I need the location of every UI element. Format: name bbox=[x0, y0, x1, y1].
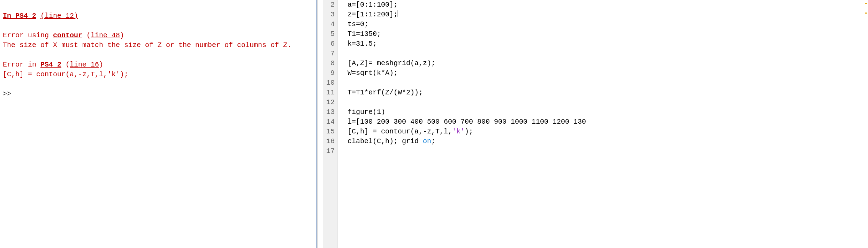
code-line: k=31.5; bbox=[348, 40, 377, 48]
text-cursor bbox=[397, 10, 397, 17]
error-line-link-partial[interactable]: (line 12) bbox=[40, 12, 78, 20]
code-line: ts=0; bbox=[348, 20, 368, 28]
error-partial-top: In PS4_2 (line 12) bbox=[3, 12, 78, 20]
editor-code-area[interactable]: a=[0:1:100]; z=[1:1:200]; ts=0; T1=1350;… bbox=[338, 0, 868, 248]
code-line: T=T1*erf(Z/(W*2)); bbox=[348, 88, 423, 96]
code-line: W=sqrt(k*A); bbox=[348, 69, 398, 77]
error-code-line: [C,h] = contour(a,-z,T,l,'k'); bbox=[3, 70, 128, 78]
error-link-partial[interactable]: In PS4_2 bbox=[3, 12, 36, 20]
editor-panel: 2 3 4 5 6 7 8 9 10 11 12 13 14 15 16 17 … bbox=[317, 0, 868, 248]
error-message-line: The size of X must match the size of Z o… bbox=[3, 41, 291, 49]
code-line: [C,h] = contour(a,-z,T,l,'k'); bbox=[348, 127, 473, 135]
lint-indicator[interactable] bbox=[865, 3, 867, 4]
code-line: figure(1) bbox=[348, 108, 385, 116]
error-ps42-link[interactable]: PS4_2 bbox=[40, 61, 61, 69]
error-using-line: Error using contour (line 48) bbox=[3, 31, 124, 39]
line-number-gutter[interactable]: 2 3 4 5 6 7 8 9 10 11 12 13 14 15 16 17 bbox=[323, 0, 338, 248]
keyword: on bbox=[423, 137, 431, 145]
string-literal: 'k' bbox=[452, 127, 465, 135]
code-line: l=[100 200 300 400 500 600 700 800 900 1… bbox=[348, 118, 586, 126]
code-line: clabel(C,h); grid on; bbox=[348, 137, 435, 145]
code-line: [A,Z]= meshgrid(a,z); bbox=[348, 59, 435, 67]
error-contour-link[interactable]: contour bbox=[53, 31, 82, 39]
code-line: T1=1350; bbox=[348, 30, 381, 38]
code-line: a=[0:1:100]; bbox=[348, 1, 398, 9]
code-line: z=[1:1:200]; bbox=[348, 10, 398, 18]
command-window[interactable]: In PS4_2 (line 12) Error using contour (… bbox=[0, 0, 317, 248]
error-in-line: Error in PS4_2 (line 16) bbox=[3, 61, 103, 69]
command-prompt[interactable]: >> bbox=[3, 90, 11, 98]
breakpoint-strip[interactable] bbox=[318, 0, 323, 248]
error-line-48-link[interactable]: line 48 bbox=[91, 31, 120, 39]
lint-indicator[interactable] bbox=[865, 13, 867, 14]
error-line-16-link[interactable]: line 16 bbox=[70, 61, 99, 69]
